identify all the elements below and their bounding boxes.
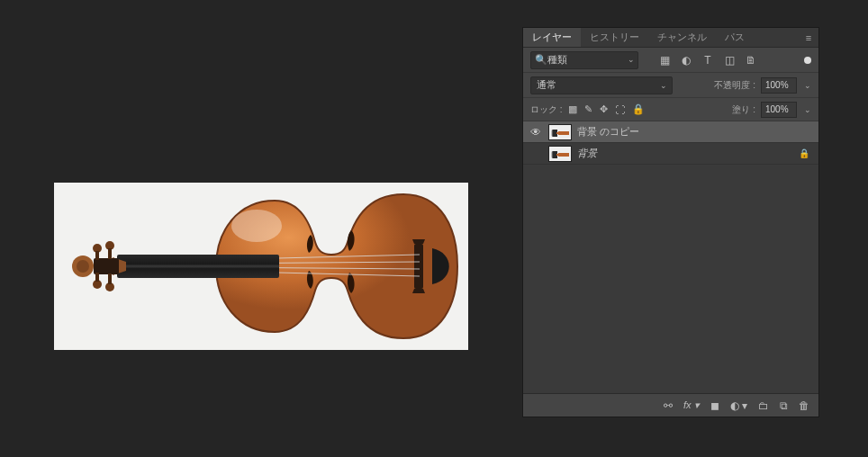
panel-tabs: レイヤー ヒストリー チャンネル パス ≡ xyxy=(523,28,818,48)
trash-icon[interactable]: 🗑 xyxy=(799,399,809,412)
fill-label: 塗り : xyxy=(732,103,755,116)
lock-icon: 🔒 xyxy=(799,148,809,158)
group-icon[interactable]: 🗀 xyxy=(758,399,769,412)
layer-row[interactable]: 背景 🔒 xyxy=(523,143,818,165)
svg-rect-16 xyxy=(108,273,112,284)
tab-layers[interactable]: レイヤー xyxy=(523,28,581,47)
filter-smart-icon[interactable]: 🗎 xyxy=(745,54,757,67)
layer-row[interactable]: 👁 背景 のコピー xyxy=(523,121,818,143)
layer-name[interactable]: 背景 のコピー xyxy=(577,125,813,139)
filter-type-icons: ▦ ◐ T ◫ 🗎 xyxy=(658,54,757,67)
layer-thumbnail[interactable] xyxy=(548,124,572,140)
layer-thumbnail[interactable] xyxy=(548,146,572,162)
layer-list: 👁 背景 のコピー 背景 🔒 xyxy=(523,121,818,393)
lock-transparency-icon[interactable]: ▩ xyxy=(568,103,577,115)
svg-rect-15 xyxy=(95,273,99,282)
filter-row: 🔍 ⌄ ▦ ◐ T ◫ 🗎 xyxy=(523,48,818,73)
panel-menu-icon[interactable]: ≡ xyxy=(799,28,818,47)
layers-panel: レイヤー ヒストリー チャンネル パス ≡ 🔍 ⌄ ▦ ◐ T ◫ 🗎 通常 ⌄… xyxy=(522,27,819,417)
svg-point-0 xyxy=(231,210,282,242)
blend-row: 通常 ⌄ 不透明度 : ⌄ xyxy=(523,73,818,98)
canvas[interactable] xyxy=(54,183,468,350)
svg-rect-8 xyxy=(94,258,119,274)
opacity-input[interactable] xyxy=(761,77,797,94)
chevron-down-icon: ⌄ xyxy=(660,81,667,90)
visibility-toggle[interactable]: 👁 xyxy=(529,126,543,139)
layer-name[interactable]: 背景 xyxy=(577,147,793,160)
filter-shape-icon[interactable]: ◫ xyxy=(723,54,736,67)
lock-artboard-icon[interactable]: ⛶ xyxy=(615,104,625,115)
lock-label: ロック : xyxy=(530,103,563,116)
svg-rect-1 xyxy=(414,244,423,289)
adjustment-layer-icon[interactable]: ◐ ▾ xyxy=(730,399,747,412)
new-layer-icon[interactable]: ⧉ xyxy=(780,399,788,412)
lock-row: ロック : ▩ ✎ ✥ ⛶ 🔒 塗り : ⌄ xyxy=(523,98,818,121)
svg-rect-14 xyxy=(108,248,112,259)
lock-all-icon[interactable]: 🔒 xyxy=(632,103,645,115)
chevron-down-icon[interactable]: ⌄ xyxy=(804,105,811,114)
panel-footer: ⚯ fx ▾ ◼ ◐ ▾ 🗀 ⧉ 🗑 xyxy=(523,393,818,417)
filter-image-icon[interactable]: ▦ xyxy=(658,54,671,67)
lock-paint-icon[interactable]: ✎ xyxy=(584,103,592,115)
filter-type-icon[interactable]: T xyxy=(701,54,714,67)
blend-mode-value: 通常 xyxy=(537,78,556,92)
canvas-image xyxy=(63,190,459,343)
opacity-label: 不透明度 : xyxy=(714,79,755,92)
tab-history[interactable]: ヒストリー xyxy=(581,28,648,47)
filter-input[interactable] xyxy=(530,51,638,69)
svg-rect-13 xyxy=(95,251,99,260)
filter-adjust-icon[interactable]: ◐ xyxy=(680,54,692,67)
mask-icon[interactable]: ◼ xyxy=(710,399,719,412)
blend-mode-select[interactable]: 通常 ⌄ xyxy=(530,76,673,94)
tab-channels[interactable]: チャンネル xyxy=(648,28,716,47)
fill-input[interactable] xyxy=(761,102,797,118)
link-layers-icon[interactable]: ⚯ xyxy=(664,399,673,412)
fx-icon[interactable]: fx ▾ xyxy=(683,399,700,411)
chevron-down-icon[interactable]: ⌄ xyxy=(804,81,811,90)
filter-toggle[interactable] xyxy=(804,57,811,64)
lock-position-icon[interactable]: ✥ xyxy=(600,103,608,115)
svg-point-7 xyxy=(77,260,89,273)
tab-paths[interactable]: パス xyxy=(716,28,754,47)
layer-filter[interactable]: 🔍 ⌄ xyxy=(530,51,638,69)
